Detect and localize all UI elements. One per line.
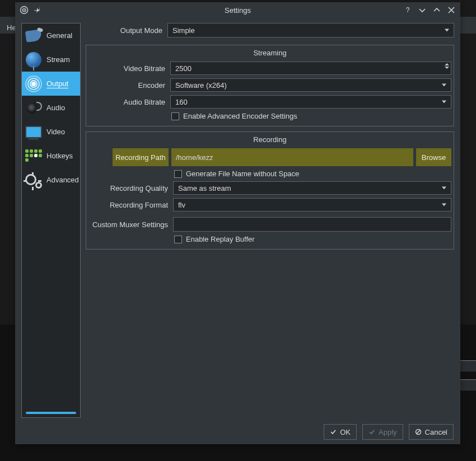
custom-muxer-field[interactable] [178, 220, 446, 229]
checkbox-icon [174, 236, 182, 243]
audio-bitrate-row: Audio Bitrate 160 [88, 95, 451, 109]
general-icon [24, 26, 43, 45]
video-bitrate-label: Video Bitrate [88, 64, 167, 73]
check-icon [368, 429, 375, 435]
checkbox-icon [171, 112, 179, 120]
encoder-select[interactable]: Software (x264) [170, 78, 451, 92]
sidebar-item-hotkeys[interactable]: Hotkeys [22, 144, 80, 168]
recording-group: Recording Recording Path Browse Generate… [86, 131, 454, 250]
app-icon [20, 6, 29, 15]
video-bitrate-value: 2500 [175, 64, 192, 73]
output-icon [24, 74, 43, 93]
output-mode-select[interactable]: Simple [167, 23, 454, 37]
sidebar-scrollbar[interactable] [26, 412, 76, 414]
custom-muxer-label: Custom Muxer Settings [88, 220, 170, 229]
output-mode-row: Output Mode Simple [86, 23, 454, 37]
recording-quality-row: Recording Quality Same as stream [88, 181, 451, 195]
browse-button[interactable]: Browse [416, 148, 451, 166]
video-bitrate-input[interactable]: 2500 [170, 62, 451, 75]
sidebar-item-label: Output [46, 79, 68, 88]
enable-advanced-encoder-label: Enable Advanced Encoder Settings [183, 112, 297, 120]
recording-format-label: Recording Format [88, 201, 170, 209]
video-icon [24, 123, 43, 142]
recording-title: Recording [88, 135, 451, 144]
stream-icon [24, 50, 43, 69]
sidebar-item-advanced[interactable]: Advanced [22, 168, 80, 192]
sidebar-item-label: Hotkeys [46, 152, 73, 160]
recording-quality-label: Recording Quality [88, 184, 170, 192]
cancel-label: Cancel [425, 428, 447, 436]
encoder-row: Encoder Software (x264) [88, 78, 451, 92]
streaming-group: Streaming Video Bitrate 2500 Encoder Sof… [86, 45, 454, 126]
recording-path-label: Recording Path [113, 148, 169, 166]
apply-label: Apply [379, 428, 397, 436]
chevron-down-icon [442, 187, 446, 190]
cancel-button[interactable]: Cancel [409, 424, 454, 440]
svg-text:?: ? [406, 6, 410, 14]
enable-replay-buffer-label: Enable Replay Buffer [186, 235, 255, 243]
close-icon[interactable] [447, 6, 456, 15]
sidebar-item-audio[interactable]: Audio [22, 96, 80, 120]
recording-format-value: flv [178, 201, 185, 209]
recording-quality-value: Same as stream [178, 184, 231, 192]
minimize-icon[interactable] [418, 6, 427, 15]
recording-format-row: Recording Format flv [88, 198, 451, 211]
recording-path-field[interactable] [176, 153, 409, 162]
sidebar-item-stream[interactable]: Stream [22, 48, 80, 72]
enable-replay-buffer-checkbox[interactable]: Enable Replay Buffer [88, 235, 451, 243]
svg-point-2 [24, 10, 25, 11]
recording-path-input[interactable] [171, 148, 413, 166]
sidebar-item-label: Stream [46, 55, 70, 64]
spinbox-stepper[interactable] [445, 63, 449, 69]
generate-no-space-label: Generate File Name without Space [186, 170, 299, 178]
check-icon [330, 429, 337, 435]
titlebar[interactable]: Settings ? [15, 2, 460, 18]
custom-muxer-row: Custom Muxer Settings [88, 217, 451, 232]
chevron-down-icon [442, 204, 446, 206]
sidebar-item-output[interactable]: Output [22, 72, 80, 96]
dialog-footer: OK Apply Cancel [15, 420, 460, 444]
maximize-icon[interactable] [432, 6, 441, 15]
encoder-label: Encoder [88, 81, 167, 90]
recording-quality-select[interactable]: Same as stream [173, 181, 451, 195]
apply-button[interactable]: Apply [362, 424, 403, 440]
chevron-down-icon [442, 84, 446, 87]
chevron-down-icon [445, 29, 449, 32]
ok-button[interactable]: OK [324, 424, 357, 440]
recording-path-row: Recording Path Browse [113, 148, 451, 166]
checkbox-icon [174, 170, 182, 178]
sidebar-item-label: Video [46, 128, 65, 136]
sidebar-item-general[interactable]: General [22, 23, 80, 48]
window-title: Settings [15, 6, 460, 15]
recording-format-select[interactable]: flv [173, 198, 451, 211]
help-icon[interactable]: ? [403, 6, 412, 15]
background-panel-lines [459, 352, 476, 392]
advanced-icon [24, 171, 43, 190]
hotkeys-icon [24, 147, 43, 166]
settings-sidebar: General Stream Output Audio Video [21, 23, 81, 418]
settings-dialog: Settings ? General Stream [15, 2, 460, 444]
audio-bitrate-value: 160 [175, 98, 188, 106]
audio-bitrate-select[interactable]: 160 [170, 95, 451, 109]
audio-bitrate-label: Audio Bitrate [88, 98, 167, 106]
enable-advanced-encoder-checkbox[interactable]: Enable Advanced Encoder Settings [88, 112, 451, 120]
sidebar-item-video[interactable]: Video [22, 120, 80, 144]
custom-muxer-input[interactable] [173, 217, 451, 232]
audio-icon [24, 98, 43, 117]
output-mode-label: Output Mode [86, 26, 164, 35]
sidebar-item-label: Advanced [46, 176, 79, 184]
ok-label: OK [340, 428, 351, 436]
output-mode-value: Simple [172, 26, 195, 35]
encoder-value: Software (x264) [175, 81, 227, 90]
streaming-title: Streaming [88, 49, 451, 57]
sidebar-item-label: General [46, 31, 72, 40]
cancel-icon [415, 429, 422, 435]
pin-icon[interactable] [34, 6, 43, 15]
chevron-down-icon [442, 101, 446, 104]
settings-content: Output Mode Simple Streaming Video Bitra… [86, 23, 454, 420]
generate-no-space-checkbox[interactable]: Generate File Name without Space [88, 170, 451, 178]
sidebar-item-label: Audio [46, 104, 65, 112]
video-bitrate-row: Video Bitrate 2500 [88, 62, 451, 75]
